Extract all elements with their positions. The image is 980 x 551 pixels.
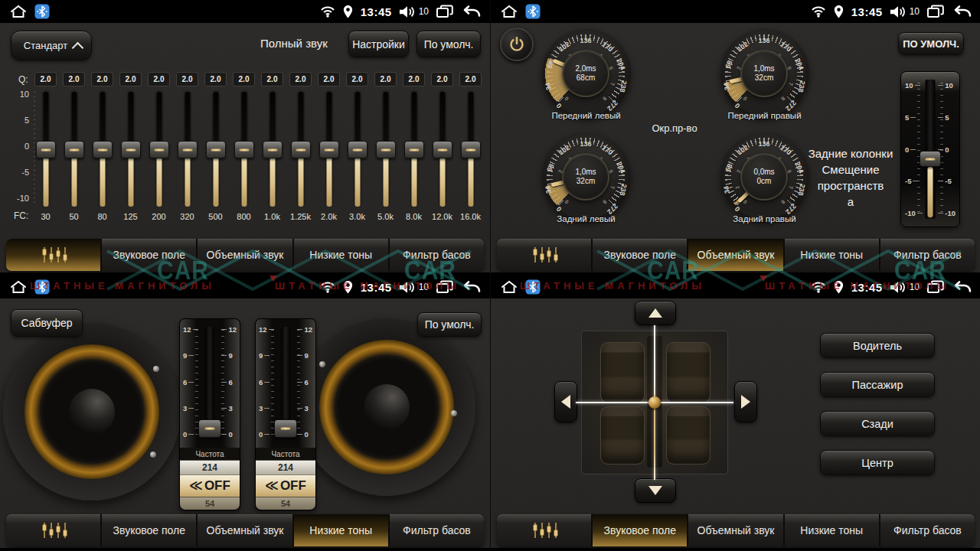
position-driver-button[interactable]: Водитель	[820, 333, 935, 358]
eq-slider[interactable]	[35, 92, 56, 208]
back-icon[interactable]	[461, 5, 481, 18]
eq-slider[interactable]	[290, 92, 311, 208]
preset-dropdown[interactable]: Стандарт	[11, 31, 92, 60]
eq-slider[interactable]	[64, 92, 84, 208]
tab-sound-field[interactable]: Звуковое поле	[100, 514, 196, 546]
gauge-front-right[interactable]: 03468 102136170 204238272 012 345 678 1,…	[717, 34, 812, 124]
slider-handle[interactable]	[319, 141, 339, 158]
eq-slider[interactable]	[262, 92, 283, 208]
level-slider[interactable]: 129630 129630	[256, 319, 315, 448]
slider-handle[interactable]	[36, 141, 56, 158]
eq-slider[interactable]	[120, 92, 141, 208]
slider-handle[interactable]	[291, 141, 311, 158]
tab-bass-filter[interactable]: Фильтр басов	[879, 514, 975, 546]
tab-bass-filter[interactable]: Фильтр басов	[388, 239, 484, 271]
eq-slider[interactable]	[177, 92, 198, 208]
tab-bass-filter[interactable]: Фильтр басов	[879, 239, 975, 271]
slider-handle[interactable]	[64, 141, 84, 158]
arrow-right-button[interactable]	[734, 381, 757, 422]
tab-surround[interactable]: Объемный звук	[687, 514, 782, 546]
position-rear-button[interactable]: Сзади	[820, 411, 935, 436]
default-button[interactable]: ПО УМОЛЧ.	[898, 32, 964, 55]
tab-bass-filter[interactable]: Фильтр басов	[388, 514, 484, 546]
slider-handle[interactable]	[178, 141, 198, 158]
gauge-rear-right[interactable]: 03468 102136170 204238272 012 345 678 0,…	[717, 137, 812, 227]
home-icon[interactable]	[9, 279, 28, 295]
tab-bass[interactable]: Низкие тоны	[783, 239, 879, 271]
recents-icon[interactable]	[436, 279, 454, 295]
freq-label: 1.0k	[264, 212, 280, 221]
tab-bass[interactable]: Низкие тоны	[783, 514, 879, 546]
tab-equalizer[interactable]	[497, 514, 591, 546]
home-icon[interactable]	[500, 4, 518, 19]
eq-slider[interactable]	[205, 92, 226, 208]
tab-surround[interactable]: Объемный звук	[687, 239, 782, 271]
recents-icon[interactable]	[436, 4, 454, 19]
settings-button[interactable]: Настройки	[348, 31, 409, 57]
eq-slider[interactable]	[92, 92, 113, 208]
tab-surround[interactable]: Объемный звук	[196, 514, 292, 546]
freq-wheel-next[interactable]: 54	[256, 497, 315, 510]
arrow-up-button[interactable]	[635, 301, 676, 325]
eq-slider[interactable]	[432, 92, 452, 208]
status-bar: 13:45 10	[491, 276, 980, 298]
freq-wheel-value[interactable]: ≪OFF	[256, 475, 315, 497]
tab-equalizer[interactable]	[6, 514, 100, 546]
eq-slider[interactable]	[403, 92, 424, 208]
recents-icon[interactable]	[926, 279, 945, 295]
slider-handle[interactable]	[404, 141, 424, 158]
tab-sound-field[interactable]: Звуковое поле	[591, 514, 687, 546]
listening-position-marker[interactable]	[648, 396, 661, 409]
rear-offset-slider[interactable]: 1050-5-10 1050-5-10	[900, 71, 960, 227]
tab-surround[interactable]: Объемный звук	[196, 239, 292, 271]
slider-handle[interactable]	[920, 151, 941, 167]
freq-wheel-next[interactable]: 54	[180, 497, 240, 510]
arrow-down-button[interactable]	[635, 478, 676, 503]
slider-handle[interactable]	[121, 141, 141, 158]
slider-handle[interactable]	[263, 141, 283, 158]
recents-icon[interactable]	[926, 4, 945, 19]
home-icon[interactable]	[500, 279, 518, 295]
tab-bass[interactable]: Низкие тоны	[292, 239, 388, 271]
tab-bass[interactable]: Низкие тоны	[292, 514, 388, 546]
slider-handle[interactable]	[149, 141, 169, 158]
slider-handle[interactable]	[376, 141, 396, 158]
arrow-left-button[interactable]	[554, 381, 577, 422]
level-slider[interactable]: 129630 129630	[180, 319, 240, 448]
slider-handle[interactable]	[433, 141, 452, 158]
freq-wheel-prev[interactable]: 214	[180, 460, 240, 475]
default-button[interactable]: По умолч.	[417, 312, 482, 337]
eq-slider[interactable]	[375, 92, 396, 208]
eq-slider[interactable]	[460, 92, 481, 208]
slider-handle[interactable]	[348, 141, 368, 158]
slider-handle[interactable]	[274, 419, 297, 438]
position-center-button[interactable]: Центр	[820, 450, 935, 475]
back-icon[interactable]	[952, 5, 972, 18]
tab-sound-field[interactable]: Звуковое поле	[591, 239, 687, 271]
power-button[interactable]	[500, 28, 534, 61]
gauge-front-left[interactable]: 03468 102136170 204238272 012 345 678 2,…	[538, 34, 634, 124]
gauge-rear-left[interactable]: 03468 102136170 204238272 012 345 678 1,…	[538, 137, 634, 227]
slider-handle[interactable]	[206, 141, 226, 158]
eq-slider[interactable]	[149, 92, 169, 208]
eq-slider[interactable]	[347, 92, 368, 208]
freq-wheel-value[interactable]: ≪OFF	[180, 475, 240, 497]
default-button[interactable]: По умолч.	[416, 31, 481, 57]
slider-handle[interactable]	[234, 141, 254, 158]
back-icon[interactable]	[952, 280, 972, 294]
power-icon	[508, 36, 525, 53]
position-passenger-button[interactable]: Пассажир	[820, 372, 935, 397]
eq-slider[interactable]	[234, 92, 254, 208]
freq-wheel-prev[interactable]: 214	[256, 460, 315, 475]
slider-handle[interactable]	[461, 141, 481, 158]
home-icon[interactable]	[9, 4, 28, 19]
tab-equalizer[interactable]	[6, 239, 100, 271]
sound-field-map[interactable]	[581, 331, 728, 474]
slider-handle[interactable]	[93, 141, 113, 158]
tab-sound-field[interactable]: Звуковое поле	[100, 239, 196, 271]
eq-slider[interactable]	[318, 92, 339, 208]
back-icon[interactable]	[461, 280, 481, 294]
slider-handle[interactable]	[198, 419, 221, 438]
tab-equalizer[interactable]	[497, 239, 591, 271]
subwoofer-title-button[interactable]: Сабвуфер	[11, 309, 83, 337]
